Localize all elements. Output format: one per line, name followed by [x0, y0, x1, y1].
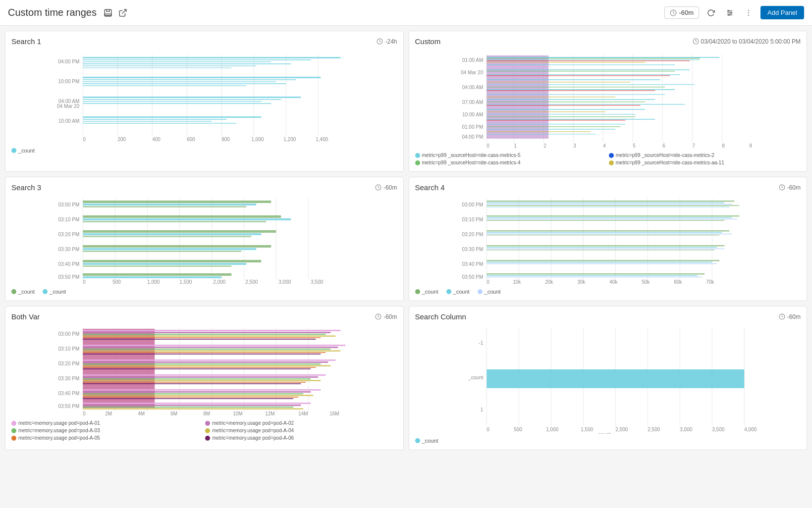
svg-rect-88 [487, 84, 695, 85]
svg-rect-98 [487, 134, 595, 135]
svg-rect-87 [487, 79, 660, 80]
legend-dot [415, 438, 420, 443]
legend-item: _count [415, 438, 438, 444]
svg-rect-150 [83, 260, 261, 262]
legend-item: _count [446, 289, 470, 295]
svg-text:10k: 10k [513, 279, 521, 285]
add-panel-button[interactable]: Add Panel [760, 6, 804, 19]
svg-text:_count: _count [468, 375, 483, 380]
svg-rect-257 [83, 405, 301, 406]
svg-text:03:20 PM: 03:20 PM [58, 232, 79, 237]
chart-custom: 01:00 AM 04 Mar 20 04:00 AM 07:00 AM 10:… [415, 50, 801, 149]
header-icon-group [103, 7, 128, 18]
svg-rect-197 [487, 263, 717, 264]
settings-icon[interactable] [723, 6, 737, 20]
svg-rect-48 [83, 103, 271, 104]
legend-item: metric=p99 _sourceHost=nite-cass-metrics… [415, 160, 607, 165]
svg-text:4: 4 [603, 143, 606, 149]
legend-dot [11, 148, 16, 153]
svg-text:16M: 16M [329, 411, 339, 416]
svg-rect-95 [487, 119, 655, 120]
svg-rect-249 [83, 383, 301, 384]
legend-dot [415, 289, 420, 294]
svg-text:12M: 12M [265, 411, 274, 416]
svg-text:_count: _count [595, 432, 610, 434]
svg-text:30k: 30k [577, 279, 586, 285]
svg-rect-107 [487, 90, 655, 91]
svg-text:3,500: 3,500 [712, 427, 724, 432]
svg-rect-37 [83, 63, 291, 64]
svg-rect-43 [83, 83, 286, 84]
svg-rect-179 [487, 203, 724, 203]
svg-rect-85 [487, 69, 690, 70]
legend-item: _count [415, 289, 438, 295]
panel-search3: Search 3 -60m 03:00 PM 03:10 PM 03:20 PM… [5, 177, 404, 301]
svg-text:7: 7 [692, 143, 695, 149]
svg-text:10:00 AM: 10:00 AM [58, 118, 79, 124]
svg-text:3,500: 3,500 [311, 279, 323, 285]
more-options-icon[interactable] [742, 6, 756, 20]
svg-rect-102 [487, 102, 645, 102]
panel-search3-header: Search 3 -60m [11, 183, 397, 192]
svg-line-1 [122, 9, 126, 13]
svg-rect-186 [487, 220, 724, 221]
legend-item: metric=p99 _sourceHost=nite-cass-metrics… [609, 160, 801, 165]
panel-search3-time: -60m [375, 184, 397, 191]
svg-text:8M: 8M [203, 411, 210, 416]
svg-rect-143 [83, 221, 266, 222]
svg-text:04 Mar 20: 04 Mar 20 [57, 103, 79, 109]
svg-text:200: 200 [117, 137, 126, 142]
svg-text:1: 1 [514, 143, 517, 149]
svg-text:8: 8 [722, 143, 725, 149]
svg-rect-148 [83, 248, 256, 250]
time-range-picker[interactable]: -60m [664, 6, 699, 19]
svg-rect-110 [487, 62, 645, 63]
legend-item: metric=memory.usage pod=pod-A-01 [11, 420, 203, 426]
chart-search1: 04:00 PM 10:00 PM 04:00 AM 04 Mar 20 10:… [11, 50, 397, 144]
svg-text:04 Mar 20: 04 Mar 20 [461, 70, 483, 75]
share-icon[interactable] [117, 7, 128, 18]
svg-text:04:00 AM: 04:00 AM [462, 85, 483, 90]
svg-text:03:30 PM: 03:30 PM [58, 247, 79, 252]
svg-rect-253 [83, 395, 313, 397]
svg-text:4M: 4M [138, 411, 145, 416]
svg-text:0: 0 [487, 427, 489, 432]
svg-text:50k: 50k [642, 279, 650, 285]
legend-item: _count [478, 289, 501, 295]
svg-text:03:50 PM: 03:50 PM [58, 274, 79, 280]
legend-search1: _count [11, 148, 397, 153]
legend-item: _count [43, 289, 66, 295]
svg-rect-146 [83, 236, 251, 237]
chart-searchcolumn: -1 _count 1 0 500 1,000 1,500 2,000 2,50… [415, 325, 801, 434]
legend-searchcolumn: _count [415, 438, 801, 444]
legend-dot [205, 436, 210, 441]
svg-rect-105 [487, 60, 690, 61]
svg-text:9: 9 [749, 143, 752, 149]
svg-rect-193 [487, 249, 724, 250]
legend-dot [609, 153, 614, 158]
svg-text:3: 3 [573, 143, 576, 149]
svg-text:1,400: 1,400 [316, 137, 328, 142]
panel-searchcolumn-time: -60m [779, 313, 801, 320]
svg-rect-46 [83, 99, 281, 100]
svg-text:1: 1 [480, 407, 483, 412]
save-icon[interactable] [103, 7, 113, 18]
svg-text:03:40 PM: 03:40 PM [58, 261, 79, 267]
svg-rect-232 [83, 345, 345, 346]
svg-text:0: 0 [83, 411, 86, 416]
header-left: Custom time ranges [8, 7, 128, 18]
panel-search4-time: -60m [779, 184, 801, 191]
page-title: Custom time ranges [8, 7, 97, 18]
svg-text:_count: _count [186, 143, 202, 144]
legend-item: metric=p99 _sourceHost=nite-cass-metrics… [609, 152, 801, 158]
svg-rect-198 [487, 273, 704, 275]
panel-search1-header: Search 1 -24h [11, 37, 397, 46]
refresh-button[interactable] [704, 6, 718, 20]
svg-rect-228 [83, 334, 325, 335]
svg-rect-145 [83, 233, 261, 235]
panel-custom-title: Custom [415, 37, 441, 46]
svg-rect-188 [487, 232, 722, 233]
svg-point-6 [728, 10, 729, 11]
svg-point-8 [728, 14, 730, 15]
svg-rect-227 [83, 332, 330, 333]
